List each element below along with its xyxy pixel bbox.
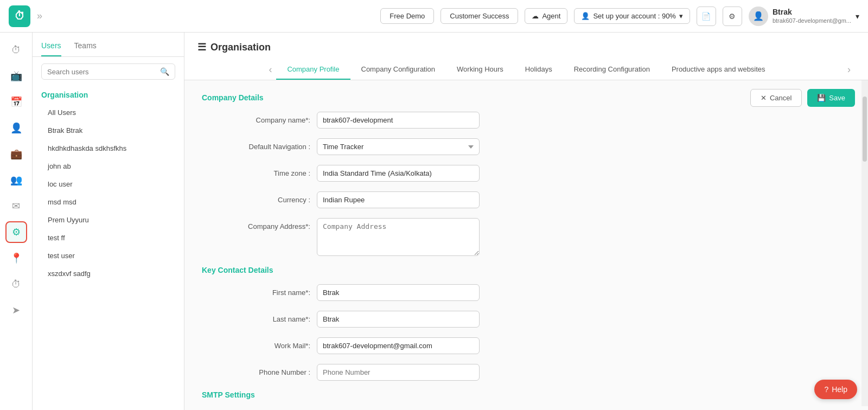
scrollbar-track[interactable] — [861, 80, 868, 406]
list-item-8[interactable]: xszdxvf sadfg — [33, 265, 184, 283]
default-nav-label: Default Navigation : — [202, 138, 310, 151]
sidebar-icon-tv[interactable]: 📺 — [5, 65, 27, 87]
sidebar-icon-settings[interactable]: ⚙ — [5, 221, 27, 243]
avatar: 👤 — [749, 7, 768, 26]
tab-company-profile[interactable]: Company Profile — [276, 60, 350, 80]
topnav: ⏱ » Free Demo Customer Success ☁ Agent 👤… — [0, 0, 868, 33]
list-item-4[interactable]: msd msd — [33, 193, 184, 211]
expand-icon[interactable]: » — [37, 10, 42, 22]
tab-teams[interactable]: Teams — [74, 41, 97, 56]
cancel-x-icon: ✕ — [761, 94, 767, 102]
chevron-down-icon: ▾ — [679, 12, 683, 20]
content-header: ☰ Organisation ‹ Company Profile Company… — [184, 33, 868, 80]
calendar-icon: 📅 — [10, 96, 22, 108]
list-item-7[interactable]: test user — [33, 247, 184, 265]
list-item-6[interactable]: test ff — [33, 229, 184, 247]
sidebar-icon-person[interactable]: 📍 — [5, 247, 27, 269]
logo-icon: ⏱ — [14, 10, 25, 22]
briefcase-icon: 💼 — [10, 148, 22, 160]
sidebar-section-organisation[interactable]: Organisation — [33, 86, 184, 104]
settings-button[interactable]: ⚙ — [723, 7, 742, 26]
search-icon: 🔍 — [160, 67, 169, 76]
tab-recording-configuration[interactable]: Recording Configuration — [563, 60, 661, 80]
company-address-textarea[interactable] — [317, 218, 480, 256]
phone-input[interactable] — [317, 364, 480, 381]
list-item-0[interactable]: Btrak Btrak — [33, 121, 184, 139]
work-mail-row: Work Mail*: — [202, 337, 844, 354]
sidebar-icon-calendar[interactable]: 📅 — [5, 91, 27, 113]
timezone-row: Time zone : — [202, 165, 844, 182]
app-logo[interactable]: ⏱ — [9, 5, 30, 27]
list-item-all-users[interactable]: All Users — [33, 104, 184, 121]
list-item-3[interactable]: loc user — [33, 175, 184, 193]
sidebar-icon-clock[interactable]: ⏱ — [5, 39, 27, 61]
work-mail-input[interactable] — [317, 337, 480, 354]
sidebar-icon-group[interactable]: 👥 — [5, 169, 27, 191]
first-name-label: First name*: — [202, 284, 310, 297]
layout: ⏱ 📺 📅 👤 💼 👥 ✉ ⚙ 📍 ⏱ ➤ Users Teams 🔍 Orga… — [0, 33, 868, 410]
last-name-label: Last name*: — [202, 311, 310, 323]
cancel-button[interactable]: ✕ Cancel — [750, 89, 802, 107]
sidebar-tabs: Users Teams — [33, 33, 184, 57]
timezone-input[interactable] — [317, 165, 480, 182]
list-item-1[interactable]: hkdhkdhaskda sdkhsfkhs — [33, 139, 184, 157]
last-name-row: Last name*: — [202, 311, 844, 328]
content-title: ☰ Organisation — [197, 41, 855, 53]
user-menu[interactable]: 👤 Btrak btrak607-development@gm... ▾ — [749, 7, 859, 26]
search-input[interactable] — [47, 68, 157, 76]
smtp-title: SMTP Settings — [202, 390, 844, 399]
form-scroll: Company Details Company name*: Default N… — [184, 80, 861, 406]
content-body: ✕ Cancel 💾 Save Company Details Company … — [184, 80, 868, 406]
currency-label: Currency : — [202, 191, 310, 204]
person-icon: 📍 — [10, 252, 22, 264]
list-item-2[interactable]: john ab — [33, 157, 184, 175]
sidebar-icon-user[interactable]: 👤 — [5, 117, 27, 139]
scrollbar-thumb[interactable] — [863, 97, 867, 162]
document-icon: 📄 — [701, 12, 711, 21]
save-button[interactable]: 💾 Save — [807, 89, 855, 107]
tab-working-hours[interactable]: Working Hours — [446, 60, 514, 80]
sidebar-icon-briefcase[interactable]: 💼 — [5, 143, 27, 165]
timer-icon: ⏱ — [11, 279, 21, 290]
list-item-5[interactable]: Prem Uyyuru — [33, 211, 184, 229]
tab-company-configuration[interactable]: Company Configuration — [350, 60, 446, 80]
tab-users[interactable]: Users — [41, 41, 61, 56]
phone-label: Phone Number : — [202, 364, 310, 376]
sidebar-icon-mail[interactable]: ✉ — [5, 195, 27, 217]
tab-productive-apps[interactable]: Productive apps and websites — [661, 60, 776, 80]
tab-right-arrow[interactable]: › — [843, 64, 855, 75]
notifications-button[interactable]: 📄 — [697, 7, 716, 26]
tv-icon: 📺 — [10, 70, 22, 82]
company-name-label: Company name*: — [202, 112, 310, 124]
company-address-label: Company Address*: — [202, 218, 310, 230]
save-disk-icon: 💾 — [817, 94, 826, 102]
scrollbar-area: Company Details Company name*: Default N… — [184, 80, 868, 406]
sidebar-icon-send[interactable]: ➤ — [5, 299, 27, 321]
free-demo-button[interactable]: Free Demo — [380, 8, 434, 24]
currency-row: Currency : — [202, 191, 844, 208]
tab-left-arrow[interactable]: ‹ — [264, 64, 276, 75]
tab-holidays[interactable]: Holidays — [514, 60, 563, 80]
setup-button[interactable]: 👤 Set up your account : 90% ▾ — [574, 8, 690, 24]
customer-success-button[interactable]: Customer Success — [441, 8, 518, 24]
agent-button[interactable]: ☁ Agent — [525, 8, 567, 24]
send-icon: ➤ — [12, 304, 20, 316]
phone-row: Phone Number : — [202, 364, 844, 381]
user-icon: 👤 — [10, 122, 22, 134]
work-mail-label: Work Mail*: — [202, 337, 310, 350]
user-setup-icon: 👤 — [581, 12, 590, 20]
search-box: 🔍 — [41, 63, 175, 80]
first-name-input[interactable] — [317, 284, 480, 301]
currency-input[interactable] — [317, 191, 480, 208]
help-button[interactable]: ? Help — [814, 380, 857, 399]
key-contact-title: Key Contact Details — [202, 266, 844, 274]
sidebar-icon-timer[interactable]: ⏱ — [5, 273, 27, 295]
last-name-input[interactable] — [317, 311, 480, 328]
action-buttons: ✕ Cancel 💾 Save — [750, 89, 855, 107]
content-tabs: ‹ Company Profile Company Configuration … — [197, 60, 855, 80]
default-nav-select[interactable]: Time Tracker Dashboard Reports — [317, 138, 480, 155]
gear-icon: ⚙ — [729, 12, 736, 21]
company-name-input[interactable] — [317, 112, 480, 129]
menu-icon: ☰ — [197, 41, 206, 53]
group-icon: 👥 — [10, 174, 22, 186]
